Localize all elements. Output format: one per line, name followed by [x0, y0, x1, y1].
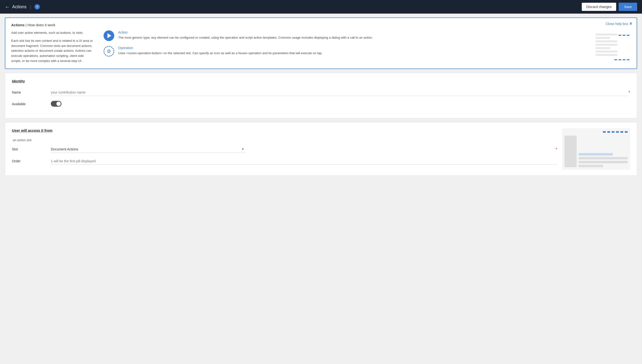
help-item-action-text: Action The most generic type; any elemen…	[118, 30, 373, 40]
available-control	[51, 101, 630, 108]
illus-line-5	[595, 47, 610, 49]
play-icon	[108, 33, 111, 38]
header-left: ← Actions | ?	[5, 4, 40, 10]
slot-dot-6	[625, 131, 628, 133]
illus-line-2	[595, 37, 610, 39]
illustration-dots-vertical	[614, 59, 629, 60]
slot-illus-bar-accent	[578, 153, 613, 156]
action-title: Action	[118, 30, 373, 34]
operation-description: Uses <nuxeo-operation-button> on the sel…	[118, 51, 322, 56]
dot-v-2	[618, 59, 621, 60]
illus-line-6	[595, 50, 617, 52]
action-icon-circle	[104, 30, 114, 41]
order-row: Order	[12, 158, 557, 165]
main-content: Close help box ✕ Actions | How does it w…	[0, 14, 642, 184]
slot-caption: an action slot	[13, 138, 557, 142]
slot-select-wrapper: Document Actions Selection Actions Creat…	[51, 146, 245, 153]
name-row: Name *	[12, 89, 630, 96]
discard-button[interactable]: Discard changes	[582, 3, 616, 11]
help-title-rest: | How does it work	[25, 23, 55, 27]
slot-section: User will access it from an action slot …	[5, 122, 637, 176]
help-icon-button[interactable]: ?	[35, 4, 40, 10]
help-box-description: Add user action elements, such as button…	[11, 30, 94, 64]
help-para-2: Each slot has its own context and is rel…	[11, 38, 94, 64]
header-actions: Discard changes Save	[582, 3, 637, 11]
available-row: Available	[12, 101, 630, 108]
identity-section: Identity Name * Available	[5, 73, 637, 118]
help-para-1: Add user action elements, such as button…	[11, 30, 94, 36]
slot-required-star: *	[556, 147, 557, 152]
slot-dot-2	[607, 131, 610, 133]
slot-illustration	[562, 128, 630, 170]
illus-line-4	[595, 44, 617, 46]
back-button[interactable]: ←	[5, 4, 10, 10]
illus-line-1	[595, 34, 617, 36]
slot-illus-inner	[564, 136, 628, 167]
gear-icon: ⚙	[107, 48, 111, 54]
order-control	[51, 158, 557, 165]
slot-illus-right-bars	[578, 153, 628, 167]
order-input[interactable]	[51, 158, 557, 165]
help-title-bold: Actions	[11, 23, 25, 27]
dot-3	[627, 35, 629, 36]
slot-label: Slot	[12, 147, 51, 151]
illustration-graphic	[593, 31, 629, 63]
help-box-body: Add user action elements, such as button…	[11, 30, 631, 64]
help-box-title: Actions | How does it work	[11, 23, 631, 27]
help-item-operation-text: Operation Uses <nuxeo-operation-button> …	[118, 46, 322, 56]
help-box: Close help box ✕ Actions | How does it w…	[5, 18, 637, 69]
name-label: Name	[12, 90, 51, 94]
illustration-lines	[595, 34, 620, 60]
slot-illus-left-bar	[564, 136, 577, 167]
slot-form: User will access it from an action slot …	[12, 128, 557, 170]
slot-dot-1	[603, 131, 606, 133]
illustration-dots-horizontal	[618, 35, 629, 36]
help-item-action: Action The most generic type; any elemen…	[104, 30, 582, 41]
order-label: Order	[12, 159, 51, 163]
illus-line-7	[595, 54, 617, 56]
action-description: The most generic type; any element can b…	[118, 35, 373, 40]
toggle-slider	[51, 101, 62, 107]
slot-illus-bar-1	[578, 157, 628, 160]
save-button[interactable]: Save	[619, 3, 637, 11]
available-label: Available	[12, 102, 51, 106]
available-toggle[interactable]	[51, 101, 62, 107]
name-required-star: *	[629, 90, 630, 95]
slot-control: Document Actions Selection Actions Creat…	[51, 146, 555, 153]
close-icon: ✕	[629, 22, 632, 26]
slot-illus-bar-3	[578, 165, 603, 167]
app-header: ← Actions | ? Discard changes Save	[0, 0, 642, 14]
help-box-items: Action The most generic type; any elemen…	[104, 30, 582, 64]
operation-icon-circle: ⚙	[104, 46, 114, 56]
slot-dot-3	[612, 131, 614, 133]
operation-title: Operation	[118, 46, 322, 50]
close-help-label: Close help box	[605, 22, 628, 26]
help-box-illustration	[592, 30, 631, 64]
slot-section-inner: User will access it from an action slot …	[12, 128, 630, 170]
slot-heading: User will access it from	[12, 128, 557, 132]
dot-v-3	[622, 59, 625, 60]
close-help-box-button[interactable]: Close help box ✕	[605, 22, 632, 26]
illus-line-3	[595, 40, 617, 42]
dot-v-1	[614, 59, 617, 60]
slot-select[interactable]: Document Actions Selection Actions Creat…	[51, 146, 245, 153]
slot-illus-dots	[603, 131, 628, 133]
dot-v-4	[627, 59, 629, 60]
identity-heading: Identity	[12, 79, 630, 83]
name-control	[51, 89, 628, 96]
name-input[interactable]	[51, 89, 628, 96]
slot-illus-bar-2	[578, 161, 628, 163]
slot-dot-4	[616, 131, 619, 133]
slot-dot-5	[620, 131, 623, 133]
slot-row: Slot Document Actions Selection Actions …	[12, 146, 557, 153]
header-divider: |	[30, 4, 31, 10]
page-title: Actions	[12, 4, 27, 10]
dot-2	[622, 35, 625, 36]
help-item-operation: ⚙ Operation Uses <nuxeo-operation-button…	[104, 46, 582, 56]
